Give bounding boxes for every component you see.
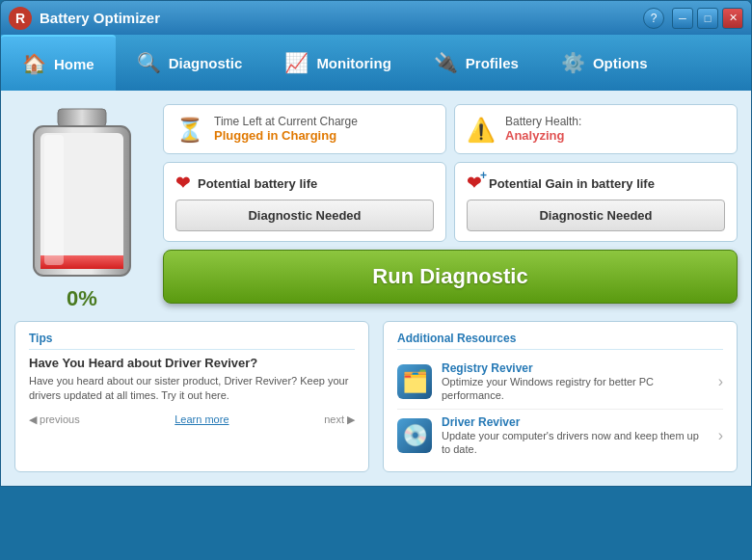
tips-footer: ◀ previous Learn more next ▶ — [29, 413, 355, 426]
driver-reviver-title: Driver Reviver — [442, 415, 709, 429]
diagnostic-needed-button-2[interactable]: Diagnostic Needed — [467, 200, 725, 231]
registry-reviver-content: Registry Reviver Optimize your Windows r… — [442, 361, 709, 403]
driver-reviver-arrow-icon: › — [718, 427, 723, 444]
health-icon: ⚠️ — [467, 117, 496, 144]
diagnostic-icon: 🔍 — [137, 51, 161, 74]
home-icon: 🏠 — [22, 52, 46, 75]
nav-item-diagnostic[interactable]: 🔍 Diagnostic — [116, 35, 264, 91]
battery-percent: 0% — [67, 286, 97, 311]
minimize-button[interactable]: ─ — [672, 8, 693, 29]
registry-reviver-arrow-icon: › — [718, 373, 723, 390]
registry-reviver-desc: Optimize your Windows registry for bette… — [442, 375, 709, 403]
bottom-section: Tips Have You Heard about Driver Reviver… — [14, 321, 738, 472]
info-panels: ⏳ Time Left at Current Charge Plugged in… — [163, 104, 738, 311]
nav-label-home: Home — [54, 56, 94, 72]
resource-item-registry[interactable]: 🗂️ Registry Reviver Optimize your Window… — [397, 356, 723, 410]
nav-item-monitoring[interactable]: 📈 Monitoring — [263, 35, 412, 91]
nav-label-options: Options — [593, 55, 648, 71]
nav-label-monitoring: Monitoring — [316, 55, 390, 71]
tips-text: Have you heard about our sister product,… — [29, 374, 355, 404]
svg-rect-4 — [44, 135, 64, 265]
nav-label-diagnostic: Diagnostic — [169, 55, 243, 71]
nav-item-home[interactable]: 🏠 Home — [1, 35, 116, 91]
potential-life-header: ❤ Potential battery life — [175, 173, 317, 194]
info-row-2: ❤ Potential battery life Diagnostic Need… — [163, 162, 738, 242]
battery-health-card: ⚠️ Battery Health: Analyzing — [454, 104, 738, 154]
time-icon: ⏳ — [175, 117, 204, 144]
tips-title: Have You Heard about Driver Reviver? — [29, 356, 355, 370]
nav-label-profiles: Profiles — [466, 55, 519, 71]
app-title: Battery Optimizer — [40, 10, 643, 26]
battery-health-value: Analyzing — [505, 128, 725, 143]
navbar: 🏠 Home 🔍 Diagnostic 📈 Monitoring 🔌 Profi… — [0, 35, 752, 91]
nav-item-options[interactable]: ⚙️ Options — [540, 35, 669, 91]
close-button[interactable]: ✕ — [722, 8, 743, 29]
time-left-title: Time Left at Current Charge — [214, 115, 434, 128]
titlebar: R Battery Optimizer ? ─ □ ✕ — [0, 0, 752, 35]
maximize-button[interactable]: □ — [697, 8, 718, 29]
heart-plus-icon: ❤ + — [467, 173, 481, 194]
resources-panel: Additional Resources 🗂️ Registry Reviver… — [383, 321, 738, 472]
driver-reviver-desc: Update your computer's drivers now and k… — [442, 429, 709, 457]
tips-header: Tips — [29, 332, 355, 350]
tips-learn-more-link[interactable]: Learn more — [80, 413, 325, 425]
driver-reviver-icon: 💿 — [397, 418, 432, 453]
help-button[interactable]: ? — [643, 8, 664, 29]
previous-arrow-icon: ◀ — [29, 413, 37, 425]
tips-previous-button[interactable]: ◀ previous — [29, 413, 80, 426]
battery-health-content: Battery Health: Analyzing — [505, 115, 725, 143]
nav-item-profiles[interactable]: 🔌 Profiles — [413, 35, 540, 91]
options-icon: ⚙️ — [561, 51, 585, 74]
run-diagnostic-button[interactable]: Run Diagnostic — [163, 250, 738, 304]
tips-next-button[interactable]: next ▶ — [324, 413, 355, 426]
battery-health-title: Battery Health: — [505, 115, 725, 128]
registry-reviver-icon: 🗂️ — [397, 364, 432, 399]
potential-life-card: ❤ Potential battery life Diagnostic Need… — [163, 162, 446, 242]
registry-reviver-title: Registry Reviver — [442, 361, 709, 375]
next-arrow-icon: ▶ — [347, 413, 355, 425]
diagnostic-needed-button-1[interactable]: Diagnostic Needed — [175, 200, 434, 231]
potential-life-label: Potential battery life — [198, 176, 317, 191]
time-left-card: ⏳ Time Left at Current Charge Plugged in… — [163, 104, 446, 154]
potential-gain-header: ❤ + Potential Gain in battery life — [467, 173, 655, 194]
time-left-value: Plugged in Charging — [214, 128, 434, 143]
battery-display: 0% — [14, 104, 149, 311]
monitoring-icon: 📈 — [284, 51, 309, 74]
window-controls: ─ □ ✕ — [672, 8, 743, 29]
app-icon: R — [9, 7, 32, 30]
potential-gain-card: ❤ + Potential Gain in battery life Diagn… — [454, 162, 738, 242]
heart-icon: ❤ — [175, 173, 190, 194]
potential-gain-label: Potential Gain in battery life — [489, 176, 655, 191]
tips-panel: Tips Have You Heard about Driver Reviver… — [14, 321, 369, 472]
svg-rect-0 — [58, 109, 106, 126]
driver-reviver-content: Driver Reviver Update your computer's dr… — [442, 415, 709, 457]
resource-item-driver[interactable]: 💿 Driver Reviver Update your computer's … — [397, 410, 723, 463]
time-left-content: Time Left at Current Charge Plugged in C… — [214, 115, 434, 143]
battery-svg — [29, 104, 135, 282]
top-section: 0% ⏳ Time Left at Current Charge Plugged… — [14, 104, 738, 311]
profiles-icon: 🔌 — [434, 51, 458, 74]
resources-header: Additional Resources — [397, 332, 723, 350]
info-row-1: ⏳ Time Left at Current Charge Plugged in… — [163, 104, 738, 154]
main-content: 0% ⏳ Time Left at Current Charge Plugged… — [0, 91, 752, 487]
